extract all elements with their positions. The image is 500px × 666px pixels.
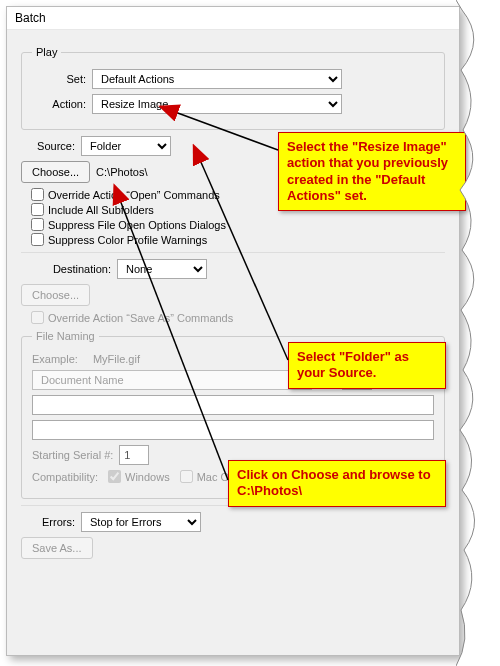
include-subfolders-option[interactable]: Include All Subfolders	[31, 203, 445, 216]
compat-windows-label: Windows	[125, 471, 170, 483]
file-naming-group: File Naming Example: MyFile.gif Document…	[21, 330, 445, 499]
action-select[interactable]: Resize Image	[92, 94, 342, 114]
suppress-color-label: Suppress Color Profile Warnings	[48, 234, 207, 246]
plus-icon: +	[324, 374, 330, 386]
source-select[interactable]: Folder	[81, 136, 171, 156]
override-save-checkbox	[31, 311, 44, 324]
starting-serial-label: Starting Serial #:	[32, 449, 113, 461]
suppress-file-open-option[interactable]: Suppress File Open Options Dialogs	[31, 218, 445, 231]
compat-unix-checkbox	[246, 470, 259, 483]
override-save-option: Override Action “Save As” Commands	[31, 311, 445, 324]
override-open-label: Override Action “Open” Commands	[48, 189, 220, 201]
suppress-file-open-label: Suppress File Open Options Dialogs	[48, 219, 226, 231]
compat-unix-label: Unix	[263, 471, 285, 483]
batch-dialog: Batch Play Set: Default Actions Action: …	[6, 6, 460, 656]
suppress-file-open-checkbox[interactable]	[31, 218, 44, 231]
source-label: Source:	[21, 140, 75, 152]
compat-mac-label: Mac OS	[197, 471, 237, 483]
starting-serial-input	[119, 445, 149, 465]
suppress-color-checkbox[interactable]	[31, 233, 44, 246]
save-as-button[interactable]: Save As...	[21, 537, 93, 559]
play-legend: Play	[32, 46, 61, 58]
include-subfolders-checkbox[interactable]	[31, 203, 44, 216]
window-title: Batch	[7, 7, 459, 30]
override-open-checkbox[interactable]	[31, 188, 44, 201]
compat-mac-checkbox	[180, 470, 193, 483]
compat-windows-checkbox	[108, 470, 121, 483]
example-label: Example:	[32, 353, 78, 365]
play-group: Play Set: Default Actions Action: Resize…	[21, 46, 445, 130]
set-select[interactable]: Default Actions	[92, 69, 342, 89]
naming-token-3-input	[32, 395, 434, 415]
compat-windows-option: Windows	[108, 470, 170, 483]
suppress-color-option[interactable]: Suppress Color Profile Warnings	[31, 233, 445, 246]
errors-label: Errors:	[21, 516, 75, 528]
choose-destination-button[interactable]: Choose...	[21, 284, 90, 306]
naming-token-2-input	[342, 370, 372, 390]
naming-token-4-input	[32, 420, 434, 440]
compat-mac-option: Mac OS	[180, 470, 237, 483]
errors-select[interactable]: Stop for Errors	[81, 512, 201, 532]
compat-label: Compatibility:	[32, 471, 98, 483]
set-label: Set:	[32, 73, 86, 85]
naming-token-1-select: Document Name	[32, 370, 312, 390]
torn-edge-decoration	[456, 0, 500, 666]
destination-select[interactable]: None	[117, 259, 207, 279]
compat-unix-option: Unix	[246, 470, 285, 483]
example-value: MyFile.gif	[93, 353, 140, 365]
override-open-option[interactable]: Override Action “Open” Commands	[31, 188, 445, 201]
choose-source-button[interactable]: Choose...	[21, 161, 90, 183]
file-naming-legend: File Naming	[32, 330, 99, 342]
source-path: C:\Photos\	[96, 166, 147, 178]
override-save-label: Override Action “Save As” Commands	[48, 312, 233, 324]
destination-label: Destination:	[21, 263, 111, 275]
action-label: Action:	[32, 98, 86, 110]
include-subfolders-label: Include All Subfolders	[48, 204, 154, 216]
